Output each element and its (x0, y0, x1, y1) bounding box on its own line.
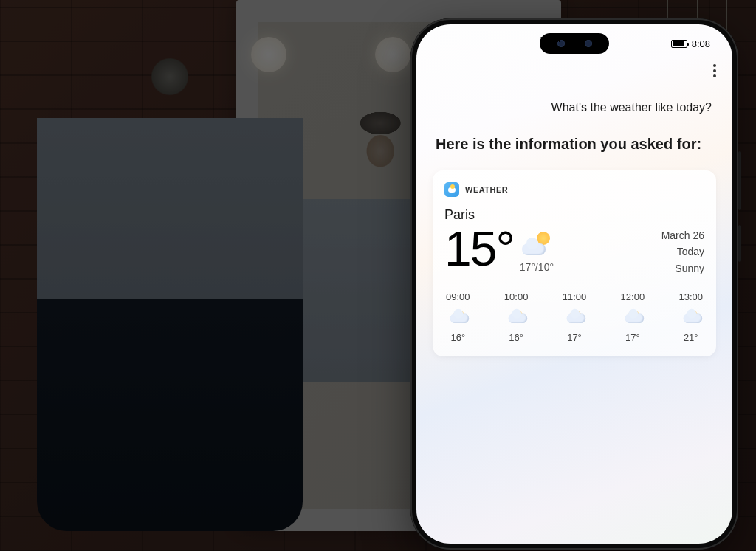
status-bar-right: 8:08 (671, 38, 710, 49)
more-menu-button[interactable] (713, 64, 716, 77)
hour-forecast-4: 13:00 21° (678, 291, 703, 343)
hour-time: 12:00 (621, 291, 645, 302)
current-meta: March 26 Today Sunny (662, 224, 704, 277)
hour-time: 09:00 (446, 291, 470, 302)
clock: 8:08 (692, 38, 710, 49)
partly-cloudy-icon (566, 311, 583, 325)
hour-forecast-1: 10:00 16° (504, 291, 529, 343)
hour-time: 13:00 (678, 291, 703, 302)
high-low-temperature: 17°/10° (520, 261, 554, 273)
weather-date: March 26 (662, 227, 704, 243)
weather-app-icon (444, 182, 459, 197)
weather-card[interactable]: WEATHER Paris 15° 17°/10° March 26 Today (433, 170, 716, 356)
phone-screen: 5G 4G 8:08 What's the weather like today… (416, 24, 732, 544)
wifi-icon (589, 35, 598, 42)
current-conditions-row: 15° 17°/10° March 26 Today Sunny (444, 224, 704, 277)
assistant-reply-text: Here is the information you asked for: (436, 134, 713, 154)
hour-temp: 17° (625, 332, 640, 343)
weather-location: Paris (444, 207, 704, 223)
phone-device-frame: 5G 4G 8:08 What's the weather like today… (410, 18, 738, 550)
partly-cloudy-icon (520, 232, 553, 257)
current-temperature: 15° (444, 224, 514, 273)
partly-cloudy-icon (682, 311, 700, 325)
hour-temp: 16° (450, 332, 465, 343)
hour-forecast-2: 11:00 17° (563, 291, 587, 343)
weather-card-header: WEATHER (444, 182, 704, 197)
hour-temp: 21° (684, 332, 698, 343)
weather-card-app-label: WEATHER (465, 185, 508, 194)
signal-bars-icon (552, 35, 560, 42)
weather-day: Today (662, 243, 704, 260)
hour-temp: 17° (567, 332, 582, 343)
partly-cloudy-icon (507, 311, 525, 325)
hour-time: 10:00 (504, 291, 529, 302)
hourly-forecast[interactable]: 09:00 16° 10:00 16° 11:00 17° (444, 291, 704, 343)
hour-time: 11:00 (563, 291, 587, 302)
hour-forecast-3: 12:00 17° (621, 291, 645, 343)
volume-button (738, 151, 741, 210)
hour-temp: 16° (509, 332, 523, 343)
status-bar-left: 5G 4G (540, 35, 598, 42)
assistant-conversation: What's the weather like today? Here is t… (416, 94, 732, 356)
network-badge-5g: 5G (540, 35, 549, 42)
hour-forecast-0: 09:00 16° (446, 291, 470, 343)
power-button (738, 225, 741, 262)
partly-cloudy-icon (449, 311, 467, 325)
network-badge-4g: 4G (566, 35, 574, 42)
weather-condition: Sunny (662, 260, 704, 277)
status-bar: 5G 4G 8:08 (416, 35, 732, 52)
partly-cloudy-icon (624, 311, 642, 325)
user-query-text: What's the weather like today? (437, 101, 712, 114)
battery-icon (671, 40, 687, 48)
signal-bars-icon (577, 35, 585, 42)
